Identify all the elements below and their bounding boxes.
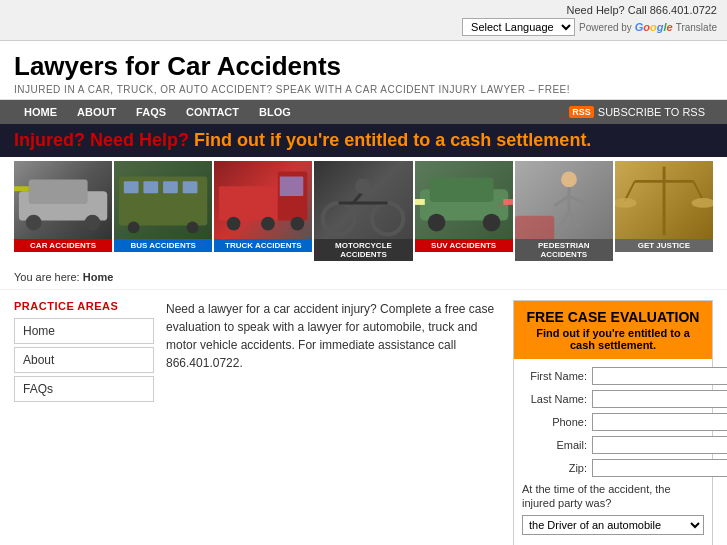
site-subtitle: INJURED IN A CAR, TRUCK, OR AUTO ACCIDEN…: [14, 84, 713, 95]
rss-label: SUBSCRIBE TO RSS: [598, 106, 705, 118]
gallery-item-0[interactable]: CAR ACCIDENTS: [14, 161, 112, 261]
language-select[interactable]: Select Language: [462, 18, 575, 36]
svg-point-3: [85, 215, 101, 231]
svg-rect-28: [503, 199, 513, 205]
zip-row: Zip:: [522, 459, 704, 477]
need-help-text: Need Help? Call 866.401.0722: [10, 4, 717, 16]
svg-point-29: [561, 172, 577, 188]
gallery-item-2[interactable]: TRUCK ACCIDENTS: [214, 161, 312, 261]
rss-subscribe[interactable]: RSS SUBSCRIBE TO RSS: [561, 100, 713, 124]
gallery-caption-6: GET JUSTICE: [615, 239, 713, 252]
hero-orange-text: Find out if you're entitled to a cash se…: [194, 130, 591, 150]
gallery-image-6: [615, 161, 713, 239]
svg-line-39: [693, 181, 703, 201]
site-header: Lawyers for Car Accidents INJURED IN A C…: [0, 41, 727, 100]
svg-rect-6: [124, 181, 139, 193]
phone-label: Phone:: [522, 416, 592, 428]
gallery-image-5: [515, 161, 613, 239]
email-label: Email:: [522, 439, 592, 451]
svg-rect-12: [219, 186, 278, 220]
nav-blog[interactable]: BLOG: [249, 100, 301, 124]
gallery-caption-0: CAR ACCIDENTS: [14, 239, 112, 252]
driver-dropdown[interactable]: the Driver of an automobile a Passenger …: [522, 515, 704, 535]
gallery-image-3: [314, 161, 412, 239]
rss-icon: RSS: [569, 106, 594, 118]
svg-point-17: [291, 217, 305, 231]
eval-sub-title: Find out if you're entitled to a cash se…: [524, 327, 702, 351]
gallery-image-2: [214, 161, 312, 239]
gallery-caption-3: MOTORCYCLE ACCIDENTS: [314, 239, 412, 261]
svg-point-15: [227, 217, 241, 231]
eval-main-title: FREE CASE EVALUATION: [524, 309, 702, 325]
sidebar-nav: HomeAboutFAQs: [14, 318, 154, 402]
first-name-label: First Name:: [522, 370, 592, 382]
nav-home[interactable]: HOME: [14, 100, 67, 124]
gallery-item-1[interactable]: BUS ACCIDENTS: [114, 161, 212, 261]
sidebar-nav-item-home[interactable]: Home: [14, 318, 154, 344]
nav-faqs[interactable]: FAQS: [126, 100, 176, 124]
sidebar-nav-item-about[interactable]: About: [14, 347, 154, 373]
svg-line-34: [569, 211, 579, 229]
svg-point-22: [356, 178, 372, 194]
svg-rect-35: [515, 216, 554, 239]
gallery-item-3[interactable]: MOTORCYCLE ACCIDENTS: [314, 161, 412, 261]
first-name-row: First Name:: [522, 367, 704, 385]
last-name-input[interactable]: [592, 390, 727, 408]
zip-label: Zip:: [522, 462, 592, 474]
gallery-image-1: [114, 161, 212, 239]
first-name-input[interactable]: [592, 367, 727, 385]
top-bar: Need Help? Call 866.401.0722 Select Lang…: [0, 0, 727, 41]
sidebar-nav-item-faqs[interactable]: FAQs: [14, 376, 154, 402]
content-text: Need a lawyer for a car accident injury?…: [166, 300, 501, 372]
nav-about[interactable]: ABOUT: [67, 100, 126, 124]
main-layout: PRACTICE AREAS HomeAboutFAQs Need a lawy…: [0, 290, 727, 545]
gallery-item-5[interactable]: PEDESTRIAN ACCIDENTS: [515, 161, 613, 261]
practice-areas-title: PRACTICE AREAS: [14, 300, 154, 312]
gallery-caption-1: BUS ACCIDENTS: [114, 239, 212, 252]
question1-text: At the time of the accident, the injured…: [522, 482, 704, 511]
sidebar: PRACTICE AREAS HomeAboutFAQs: [14, 300, 154, 545]
main-content: Need a lawyer for a car accident injury?…: [166, 300, 501, 545]
google-logo: Google: [635, 21, 676, 33]
nav-contact[interactable]: CONTACT: [176, 100, 249, 124]
svg-point-41: [691, 198, 713, 208]
svg-point-40: [615, 198, 637, 208]
svg-line-31: [554, 196, 569, 206]
svg-point-11: [187, 222, 199, 234]
breadcrumb-current: Home: [83, 271, 114, 283]
svg-line-32: [569, 196, 584, 203]
email-input[interactable]: [592, 436, 727, 454]
eval-panel: FREE CASE EVALUATION Find out if you're …: [513, 300, 713, 545]
svg-rect-7: [144, 181, 159, 193]
hero-banner: Injured? Need Help? Find out if you're e…: [0, 124, 727, 157]
hero-red-text: Injured? Need Help?: [14, 130, 189, 150]
svg-rect-4: [14, 186, 29, 191]
powered-by-text: Powered by Google Translate: [579, 21, 717, 33]
breadcrumb: You are here: Home: [0, 265, 727, 290]
gallery-image-4: [415, 161, 513, 239]
svg-rect-24: [429, 177, 493, 202]
svg-point-26: [482, 214, 500, 232]
gallery: CAR ACCIDENTSBUS ACCIDENTSTRUCK ACCIDENT…: [0, 157, 727, 265]
breadcrumb-label: You are here:: [14, 271, 80, 283]
svg-line-38: [625, 181, 635, 201]
svg-rect-9: [183, 181, 198, 193]
gallery-item-4[interactable]: SUV ACCIDENTS: [415, 161, 513, 261]
svg-point-10: [128, 222, 140, 234]
hero-text: Injured? Need Help? Find out if you're e…: [14, 130, 591, 150]
svg-point-2: [26, 215, 42, 231]
last-name-label: Last Name:: [522, 393, 592, 405]
gallery-item-6[interactable]: GET JUSTICE: [615, 161, 713, 261]
gallery-image-0: [14, 161, 112, 239]
svg-rect-27: [415, 199, 425, 205]
gallery-caption-2: TRUCK ACCIDENTS: [214, 239, 312, 252]
svg-rect-8: [163, 181, 178, 193]
last-name-row: Last Name:: [522, 390, 704, 408]
site-title: Lawyers for Car Accidents: [14, 51, 713, 82]
nav-bar: HOME ABOUT FAQS CONTACT BLOG RSS SUBSCRI…: [0, 100, 727, 124]
phone-input[interactable]: [592, 413, 727, 431]
eval-box: FREE CASE EVALUATION Find out if you're …: [513, 300, 713, 545]
gallery-caption-5: PEDESTRIAN ACCIDENTS: [515, 239, 613, 261]
zip-input[interactable]: [592, 459, 727, 477]
svg-rect-1: [29, 179, 88, 204]
